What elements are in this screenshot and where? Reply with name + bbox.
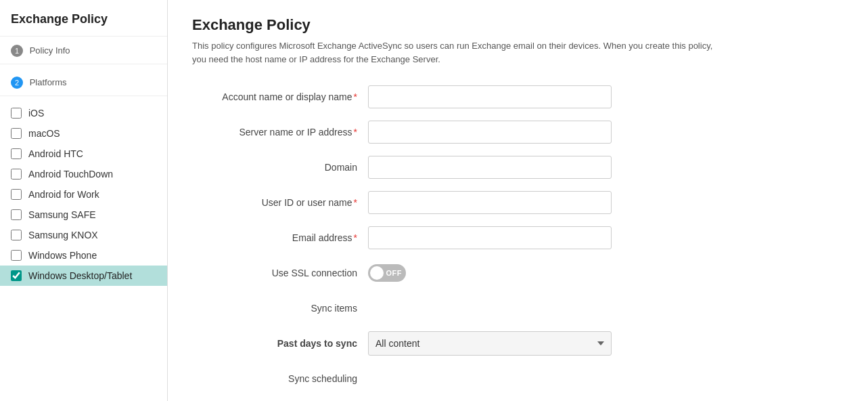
past-days-select[interactable]: All content 1 day 3 days 1 week 2 weeks … xyxy=(368,331,612,356)
platform-checkbox-samsung-safe[interactable] xyxy=(11,209,22,220)
platform-item-windows-phone[interactable]: Windows Phone xyxy=(0,245,167,266)
ssl-row: Use SSL connection OFF xyxy=(192,261,844,285)
user-id-label: User ID or user name* xyxy=(192,197,368,208)
platform-item-android-for-work[interactable]: Android for Work xyxy=(0,184,167,205)
ssl-toggle-label: OFF xyxy=(386,269,403,277)
past-days-label: Past days to sync xyxy=(192,338,368,349)
user-id-row: User ID or user name* xyxy=(192,190,844,215)
account-name-input[interactable] xyxy=(368,85,612,108)
page-description: This policy configures Microsoft Exchang… xyxy=(192,39,720,66)
sync-scheduling-section-label: Sync scheduling xyxy=(192,373,368,384)
platform-label-android-htc: Android HTC xyxy=(28,148,83,159)
platform-checkbox-windows-phone[interactable] xyxy=(11,250,22,261)
platform-checkbox-samsung-knox[interactable] xyxy=(11,230,22,240)
step-2-number: 2 xyxy=(11,77,23,89)
platform-list: iOSmacOSAndroid HTCAndroid TouchDownAndr… xyxy=(0,100,167,289)
platform-label-macos: macOS xyxy=(28,128,60,139)
domain-input[interactable] xyxy=(368,156,612,179)
past-days-row: Past days to sync All content 1 day 3 da… xyxy=(192,331,844,356)
ssl-toggle[interactable]: OFF xyxy=(368,264,406,282)
platform-label-windows-phone: Windows Phone xyxy=(28,250,97,261)
user-id-input[interactable] xyxy=(368,191,612,214)
step-1-label: Policy Info xyxy=(30,45,70,56)
platform-item-android-touchdown[interactable]: Android TouchDown xyxy=(0,164,167,184)
platform-item-windows-desktop[interactable]: Windows Desktop/Tablet xyxy=(0,266,167,286)
sync-items-row: Sync items xyxy=(192,296,844,320)
platform-item-ios[interactable]: iOS xyxy=(0,103,167,123)
page-title: Exchange Policy xyxy=(192,16,844,34)
platform-label-samsung-safe: Samsung SAFE xyxy=(28,209,96,220)
server-name-label: Server name or IP address* xyxy=(192,127,368,138)
toggle-knob xyxy=(370,266,384,280)
server-name-input[interactable] xyxy=(368,121,612,144)
platform-item-macos[interactable]: macOS xyxy=(0,123,167,144)
sync-items-section-label: Sync items xyxy=(192,303,368,314)
sidebar-step-2[interactable]: 2 Platforms xyxy=(0,68,167,91)
ssl-label: Use SSL connection xyxy=(192,268,368,278)
sidebar-step-1[interactable]: 1 Policy Info xyxy=(0,37,167,60)
platform-label-android-for-work: Android for Work xyxy=(28,189,99,200)
step-1-number: 1 xyxy=(11,45,23,57)
main-content: Exchange Policy This policy configures M… xyxy=(168,0,868,401)
platform-item-samsung-safe[interactable]: Samsung SAFE xyxy=(0,205,167,225)
platform-label-samsung-knox: Samsung KNOX xyxy=(28,230,98,240)
platform-checkbox-ios[interactable] xyxy=(11,108,22,119)
sidebar: Exchange Policy 1 Policy Info 2 Platform… xyxy=(0,0,168,401)
platform-checkbox-windows-desktop[interactable] xyxy=(11,270,22,281)
email-row: Email address* xyxy=(192,226,844,250)
divider-1 xyxy=(0,64,167,64)
platform-label-windows-desktop: Windows Desktop/Tablet xyxy=(28,270,132,281)
platform-item-android-htc[interactable]: Android HTC xyxy=(0,144,167,164)
account-name-label: Account name or display name* xyxy=(192,91,368,102)
platform-label-ios: iOS xyxy=(28,108,44,119)
platform-checkbox-android-for-work[interactable] xyxy=(11,189,22,200)
platform-item-samsung-knox[interactable]: Samsung KNOX xyxy=(0,225,167,245)
divider-2 xyxy=(0,96,167,96)
domain-row: Domain xyxy=(192,155,844,180)
platform-checkbox-macos[interactable] xyxy=(11,128,22,139)
domain-label: Domain xyxy=(192,162,368,173)
email-label: Email address* xyxy=(192,232,368,243)
email-input[interactable] xyxy=(368,226,612,249)
ssl-toggle-container: OFF xyxy=(368,264,406,282)
platform-checkbox-android-htc[interactable] xyxy=(11,148,22,159)
sidebar-title: Exchange Policy xyxy=(0,0,167,37)
account-name-row: Account name or display name* xyxy=(192,85,844,109)
server-name-row: Server name or IP address* xyxy=(192,120,844,144)
platform-label-android-touchdown: Android TouchDown xyxy=(28,169,113,180)
sync-scheduling-row: Sync scheduling xyxy=(192,366,844,391)
step-2-label: Platforms xyxy=(30,77,67,87)
platform-checkbox-android-touchdown[interactable] xyxy=(11,169,22,180)
